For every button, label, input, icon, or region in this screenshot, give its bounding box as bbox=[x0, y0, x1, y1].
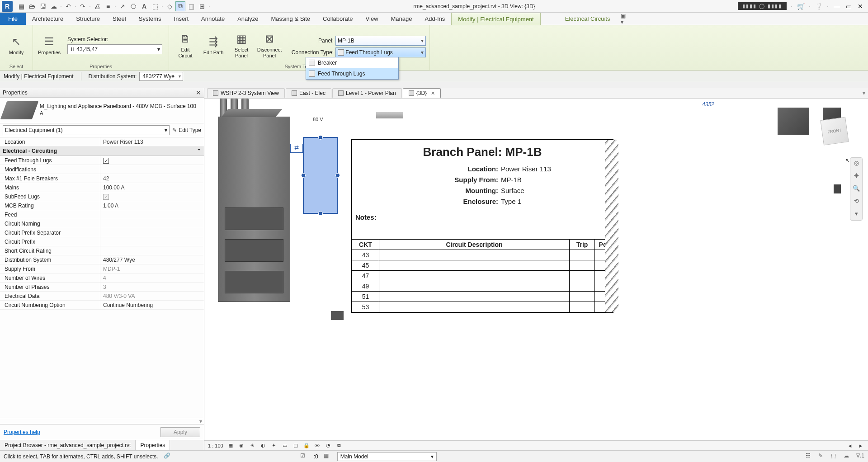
selected-element[interactable] bbox=[303, 137, 338, 214]
instance-filter-dropdown[interactable]: Electrical Equipment (1)▾ bbox=[3, 125, 170, 135]
detail-level-icon[interactable]: ▦ bbox=[227, 442, 234, 449]
qat-sync-icon[interactable]: ☁ bbox=[49, 1, 59, 11]
zoom-icon[interactable]: 🔍 bbox=[852, 185, 860, 193]
editable-only-icon[interactable]: ▦ bbox=[324, 453, 332, 461]
view-tab-active[interactable]: {3D}✕ bbox=[403, 88, 441, 98]
type-selector[interactable]: M_Lighting and Appliance Panelboard - 48… bbox=[0, 98, 204, 123]
tab-view[interactable]: View bbox=[359, 13, 385, 25]
distribution-system-dropdown[interactable]: 480/277 Wye bbox=[139, 72, 183, 81]
full-nav-wheel-icon[interactable]: ◎ bbox=[852, 160, 860, 168]
visual-style-icon[interactable]: ◉ bbox=[238, 442, 245, 449]
tab-electrical-circuits[interactable]: Electrical Circuits bbox=[559, 13, 617, 25]
select-panel-button[interactable]: ▦Select Panel bbox=[229, 31, 254, 59]
view-tab[interactable]: WSHP 2-3 System View bbox=[207, 88, 285, 98]
tab-analyze[interactable]: Analyze bbox=[231, 13, 264, 25]
properties-button[interactable]: ☰ Properties bbox=[37, 33, 62, 56]
select-links-icon[interactable]: 🔗 bbox=[164, 453, 172, 461]
dropdown-item-feed-through-lugs[interactable]: Feed Through Lugs bbox=[306, 68, 398, 79]
tab-steel[interactable]: Steel bbox=[106, 13, 132, 25]
crop-icon[interactable]: ▭ bbox=[281, 442, 288, 449]
property-row[interactable]: Circuit Naming bbox=[0, 219, 204, 228]
apply-button[interactable]: Apply bbox=[160, 427, 200, 437]
file-tab[interactable]: File bbox=[0, 13, 26, 25]
tab-properties[interactable]: Properties bbox=[136, 440, 170, 450]
search-box[interactable]: ▮▮▮▮ ◯ ▮▮▮▮ bbox=[738, 2, 787, 10]
property-row[interactable]: Mains100.00 A bbox=[0, 183, 204, 192]
tab-modify-equipment[interactable]: Modify | Electrical Equipment bbox=[451, 13, 540, 25]
chevron-down-icon[interactable]: ▾ bbox=[852, 210, 860, 218]
modify-button[interactable]: ↖ Modify bbox=[4, 33, 29, 56]
property-row[interactable]: Number of Wires4 bbox=[0, 273, 204, 283]
drag-handle[interactable] bbox=[318, 211, 323, 216]
property-row[interactable]: Circuit Prefix bbox=[0, 237, 204, 246]
flip-control-icon[interactable]: ⇄ bbox=[290, 144, 303, 153]
qat-save-icon[interactable]: 🖫 bbox=[38, 1, 48, 11]
checkbox-icon[interactable]: ✓ bbox=[103, 158, 109, 164]
close-window-icon[interactable]: ✕ bbox=[856, 2, 864, 10]
help-icon[interactable]: ❔ bbox=[815, 2, 823, 10]
selection-count-icon[interactable]: ∇.1 bbox=[856, 453, 864, 461]
panel-dropdown[interactable]: MP-1B▾ bbox=[335, 36, 426, 46]
edit-circuit-button[interactable]: 🗎Edit Circuit bbox=[173, 31, 198, 59]
design-options-icon[interactable]: ☷ bbox=[806, 453, 814, 461]
property-row[interactable]: Supply FromMDP-1 bbox=[0, 264, 204, 273]
property-row[interactable]: Circuit Numbering OptionContinue Numberi… bbox=[0, 301, 204, 310]
pan-icon[interactable]: ✥ bbox=[852, 172, 860, 180]
qat-redo-icon[interactable]: ↷ bbox=[78, 1, 88, 11]
lock-icon[interactable]: 🔒 bbox=[303, 442, 310, 449]
qat-text-icon[interactable]: A bbox=[139, 1, 149, 11]
shadows-icon[interactable]: ◐ bbox=[259, 442, 267, 449]
rendering-icon[interactable]: ✦ bbox=[270, 442, 278, 449]
dropdown-item-breaker[interactable]: Breaker bbox=[306, 57, 398, 68]
qat-thinlines-icon[interactable]: ⧉ bbox=[175, 1, 185, 11]
qat-close-inactive-icon[interactable]: ▥ bbox=[186, 1, 196, 11]
property-row[interactable]: Max #1 Pole Breakers42 bbox=[0, 174, 204, 183]
close-icon[interactable]: ✕ bbox=[431, 90, 435, 96]
view-tab[interactable]: East - Elec bbox=[286, 88, 331, 98]
qat-section-icon[interactable]: ◇ bbox=[165, 1, 175, 11]
edit-path-button[interactable]: ⇶Edit Path bbox=[201, 33, 226, 56]
property-row[interactable]: Modifications bbox=[0, 165, 204, 174]
property-row[interactable]: Feed Through Lugs✓ bbox=[0, 156, 204, 165]
tab-manage[interactable]: Manage bbox=[385, 13, 419, 25]
tab-overflow-icon[interactable]: ▾ bbox=[863, 90, 865, 96]
tab-collaborate[interactable]: Collaborate bbox=[316, 13, 359, 25]
property-row[interactable]: Circuit Prefix Separator bbox=[0, 228, 204, 237]
properties-help-link[interactable]: Properties help bbox=[4, 429, 40, 435]
qat-undo-icon[interactable]: ↶ bbox=[63, 1, 73, 11]
qat-dim-icon[interactable]: ↗ bbox=[118, 1, 127, 11]
property-row[interactable]: Electrical Data480 V/3-0 VA bbox=[0, 292, 204, 301]
sun-path-icon[interactable]: ☀ bbox=[249, 442, 256, 449]
tab-structure[interactable]: Structure bbox=[70, 13, 106, 25]
property-row[interactable]: Short Circuit Rating bbox=[0, 246, 204, 255]
tab-annotate[interactable]: Annotate bbox=[195, 13, 231, 25]
reveal-icon[interactable]: ◔ bbox=[325, 442, 332, 449]
scroll-down-icon[interactable]: ▾ bbox=[199, 418, 202, 424]
minimize-icon[interactable]: — bbox=[833, 2, 841, 10]
view-tab[interactable]: Level 1 - Power Plan bbox=[332, 88, 402, 98]
property-row[interactable]: Distribution System480/277 Wye bbox=[0, 255, 204, 264]
view-cube[interactable]: FRONT bbox=[820, 117, 849, 145]
scroll-left-icon[interactable]: ◄ bbox=[846, 442, 854, 449]
system-selector-dropdown[interactable]: ⏸ 43,45,47▾ bbox=[67, 44, 162, 54]
qat-print-icon[interactable]: 🖨 bbox=[92, 1, 102, 11]
cloud-icon[interactable]: ☁ bbox=[844, 453, 852, 461]
property-row[interactable]: Feed bbox=[0, 210, 204, 219]
property-row[interactable]: LocationPower Riser 113 bbox=[0, 137, 204, 146]
orbit-icon[interactable]: ⟲ bbox=[852, 198, 860, 206]
tab-systems[interactable]: Systems bbox=[132, 13, 168, 25]
drag-handle[interactable] bbox=[318, 135, 323, 140]
workset-dropdown[interactable]: Main Model▾ bbox=[337, 452, 437, 461]
edit-type-button[interactable]: ✎Edit Type bbox=[172, 127, 201, 133]
background-icon[interactable]: ⬚ bbox=[831, 453, 839, 461]
property-row[interactable]: MCB Rating1.00 A bbox=[0, 201, 204, 210]
qat-open-icon[interactable]: 🗁 bbox=[27, 1, 37, 11]
disconnect-panel-button[interactable]: ⊠Disconnect Panel bbox=[257, 31, 282, 59]
restore-icon[interactable]: ▭ bbox=[844, 2, 853, 10]
close-icon[interactable]: ✕ bbox=[196, 89, 201, 96]
ribbon-collapse-icon[interactable]: ▣ ▾ bbox=[621, 13, 628, 19]
editing-requests-icon[interactable]: ✎ bbox=[818, 453, 826, 461]
qat-3d-icon[interactable]: ⬚ bbox=[150, 1, 160, 11]
qat-switch-icon[interactable]: ⊞ bbox=[197, 1, 207, 11]
viewport-3d[interactable]: 4352 80 V ⇄ Branch Panel: MP-1B Location… bbox=[204, 99, 868, 440]
